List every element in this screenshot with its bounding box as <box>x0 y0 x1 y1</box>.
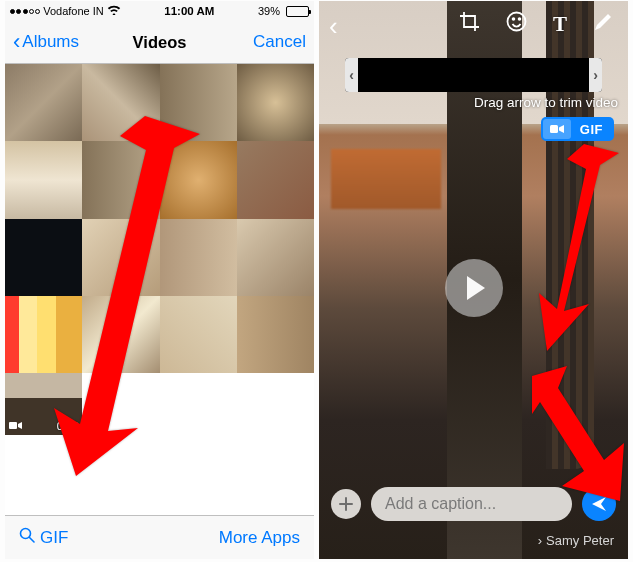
svg-point-5 <box>513 18 515 20</box>
svg-rect-0 <box>9 422 17 429</box>
video-thumb[interactable] <box>82 141 159 218</box>
video-thumb[interactable] <box>237 296 314 373</box>
gif-mode-label: GIF <box>571 122 612 137</box>
video-thumb[interactable] <box>82 64 159 141</box>
svg-point-6 <box>519 18 521 20</box>
recipient-name: Samy Peter <box>546 533 614 548</box>
video-thumb[interactable] <box>237 64 314 141</box>
clock-label: 11:00 AM <box>164 5 214 17</box>
chevron-right-icon: › <box>538 533 542 548</box>
search-icon <box>19 527 35 548</box>
send-button[interactable] <box>582 487 616 521</box>
status-bar: Vodafone IN 11:00 AM 39% <box>5 1 314 21</box>
trim-handle-left[interactable]: ‹ <box>345 58 358 92</box>
compose-bar: Add a caption... <box>331 487 616 521</box>
gif-toggle[interactable]: GIF <box>541 117 614 141</box>
wifi-icon <box>107 4 121 18</box>
svg-rect-7 <box>550 125 558 133</box>
video-thumb[interactable] <box>82 219 159 296</box>
video-thumb[interactable] <box>237 141 314 218</box>
trim-handle-right[interactable]: › <box>589 58 602 92</box>
video-duration: 0:05 <box>57 420 78 432</box>
back-button[interactable]: ‹ <box>329 11 338 42</box>
nav-bar: ‹ Albums Videos Cancel <box>5 21 314 64</box>
carrier-label: Vodafone IN <box>43 5 104 17</box>
screenshot-editor: ‹ T ‹ › Drag arrow to trim video GIF <box>319 1 628 559</box>
play-button[interactable] <box>445 259 503 317</box>
svg-point-4 <box>507 13 525 31</box>
status-left: Vodafone IN <box>10 4 121 18</box>
emoji-icon[interactable] <box>506 11 527 37</box>
video-thumb[interactable] <box>237 219 314 296</box>
video-thumb[interactable] <box>160 296 237 373</box>
video-thumb[interactable] <box>160 64 237 141</box>
signal-dots-icon <box>10 9 40 14</box>
back-label: Albums <box>22 32 79 52</box>
back-button[interactable]: ‹ Albums <box>13 31 79 53</box>
chevron-left-icon: ‹ <box>13 31 20 53</box>
caption-placeholder: Add a caption... <box>385 495 496 513</box>
recipient-row[interactable]: › Samy Peter <box>538 533 614 548</box>
more-apps-button[interactable]: More Apps <box>219 528 300 548</box>
play-icon <box>467 276 485 300</box>
video-thumb[interactable] <box>5 296 82 373</box>
editor-toolbar: ‹ T <box>319 1 628 47</box>
bg-object <box>331 149 441 209</box>
gif-label: GIF <box>40 528 68 548</box>
cancel-button[interactable]: Cancel <box>253 32 306 52</box>
gif-search-button[interactable]: GIF <box>19 527 68 548</box>
battery-icon <box>286 6 309 17</box>
svg-line-2 <box>30 538 35 543</box>
caption-input[interactable]: Add a caption... <box>371 487 572 521</box>
video-grid: 0:05 <box>5 64 314 515</box>
battery-pct-label: 39% <box>258 5 280 17</box>
trim-hint-label: Drag arrow to trim video <box>474 95 618 110</box>
trim-bar[interactable]: ‹ › <box>345 58 602 92</box>
crop-icon[interactable] <box>459 11 480 37</box>
video-thumb[interactable] <box>160 219 237 296</box>
add-media-button[interactable] <box>331 489 361 519</box>
camcorder-icon <box>9 420 22 432</box>
video-mode-icon <box>543 119 571 139</box>
video-thumb[interactable] <box>5 64 82 141</box>
video-thumb-selected[interactable]: 0:05 <box>5 373 82 435</box>
draw-icon[interactable] <box>593 11 614 37</box>
status-right: 39% <box>258 5 309 17</box>
text-icon[interactable]: T <box>553 12 567 37</box>
video-thumb[interactable] <box>160 141 237 218</box>
video-thumb[interactable] <box>82 296 159 373</box>
video-thumb[interactable] <box>5 219 82 296</box>
bottom-bar: GIF More Apps <box>5 515 314 559</box>
video-thumb[interactable] <box>5 141 82 218</box>
screenshot-picker: Vodafone IN 11:00 AM 39% ‹ Albums Videos… <box>5 1 314 559</box>
video-grid-inner: 0:05 <box>5 64 314 435</box>
